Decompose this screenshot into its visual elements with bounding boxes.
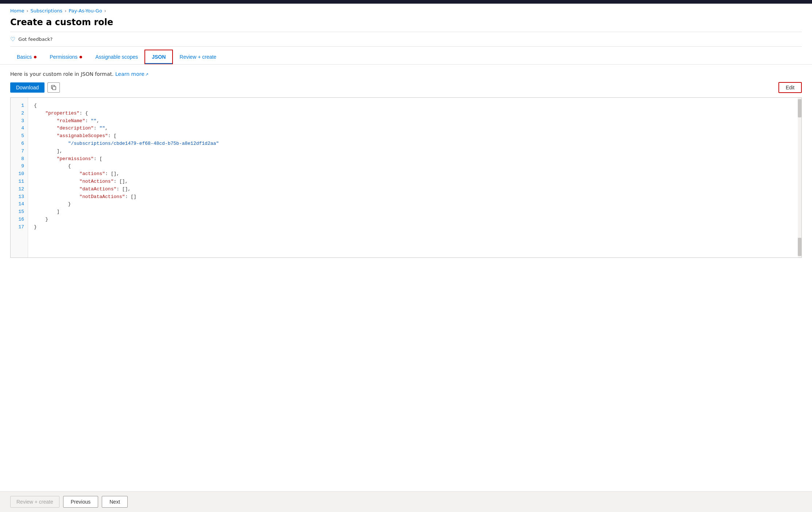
learn-more-label: Learn more <box>115 71 144 77</box>
line-num-12: 12 <box>11 186 28 193</box>
copy-button[interactable] <box>47 82 60 93</box>
line-num-15: 15 <box>11 208 28 216</box>
line-num-13: 13 <box>11 193 28 201</box>
code-line-10: "actions": [], <box>34 170 792 178</box>
line-num-4: 4 <box>11 125 28 132</box>
json-code-area[interactable]: { "properties": { "roleName": "", "descr… <box>28 98 798 257</box>
heart-icon: ♡ <box>10 36 15 43</box>
breadcrumb-sep-3: › <box>104 8 106 13</box>
json-toolbar: Download Edit <box>10 82 802 93</box>
line-numbers: 1 2 3 4 5 6 7 8 9 10 11 12 13 14 15 16 1… <box>11 98 28 257</box>
breadcrumb-subscriptions[interactable]: Subscriptions <box>31 8 63 13</box>
code-line-16: } <box>34 216 792 224</box>
copy-icon <box>51 85 57 90</box>
code-line-11: "notActions": [], <box>34 178 792 186</box>
code-line-17: } <box>34 224 792 231</box>
line-num-11: 11 <box>11 178 28 186</box>
code-line-4: "description": "", <box>34 125 792 132</box>
edit-button[interactable]: Edit <box>778 82 802 93</box>
tab-basics-dot <box>34 56 36 58</box>
tab-permissions-dot <box>80 56 82 58</box>
scrollbar-track[interactable] <box>798 98 801 257</box>
scrollbar-thumb-top[interactable] <box>798 99 801 117</box>
line-num-14: 14 <box>11 201 28 208</box>
tab-permissions[interactable]: Permissions <box>43 50 89 63</box>
breadcrumb-sep-2: › <box>65 8 66 13</box>
tab-json[interactable]: JSON <box>144 50 173 64</box>
line-num-2: 2 <box>11 110 28 117</box>
feedback-text[interactable]: Got feedback? <box>18 36 53 42</box>
code-line-7: ], <box>34 148 792 155</box>
line-num-17: 17 <box>11 224 28 231</box>
tab-assignable-scopes[interactable]: Assignable scopes <box>89 50 144 63</box>
tab-basics[interactable]: Basics <box>10 50 43 63</box>
line-num-16: 16 <box>11 216 28 224</box>
breadcrumb: Home › Subscriptions › Pay-As-You-Go › <box>0 4 812 13</box>
breadcrumb-sep-1: › <box>26 8 28 13</box>
tab-review-create-label: Review + create <box>179 54 216 60</box>
line-num-6: 6 <box>11 140 28 148</box>
json-description-text: Here is your custom role in JSON format. <box>10 71 114 77</box>
code-line-9: { <box>34 163 792 170</box>
download-button[interactable]: Download <box>10 82 45 93</box>
scrollbar-thumb-bottom[interactable] <box>798 238 801 256</box>
breadcrumb-home[interactable]: Home <box>10 8 24 13</box>
code-line-5: "assignableScopes": [ <box>34 132 792 140</box>
feedback-row: ♡ Got feedback? <box>0 32 812 46</box>
tab-review-create[interactable]: Review + create <box>173 50 223 63</box>
tab-basics-label: Basics <box>17 54 32 60</box>
code-line-12: "dataActions": [], <box>34 186 792 193</box>
divider-2 <box>10 46 802 47</box>
code-line-13: "notDataActions": [] <box>34 193 792 201</box>
tabs-container: Basics Permissions Assignable scopes JSO… <box>0 50 812 65</box>
line-num-8: 8 <box>11 155 28 163</box>
code-line-8: "permissions": [ <box>34 155 792 163</box>
code-line-6: "/subscriptions/cbde1479-ef68-48cd-b75b-… <box>34 140 792 148</box>
line-num-9: 9 <box>11 163 28 170</box>
external-link-icon: ↗ <box>145 72 148 77</box>
code-line-2: "properties": { <box>34 110 792 117</box>
line-num-10: 10 <box>11 170 28 178</box>
code-line-3: "roleName": "", <box>34 117 792 125</box>
json-description: Here is your custom role in JSON format.… <box>10 71 802 77</box>
code-line-15: ] <box>34 208 792 216</box>
learn-more-link[interactable]: Learn more↗ <box>115 71 148 77</box>
tab-permissions-label: Permissions <box>50 54 77 60</box>
toolbar-left: Download <box>10 82 60 93</box>
page-title: Create a custom role <box>0 13 812 32</box>
tab-json-label: JSON <box>152 54 166 60</box>
main-content: Here is your custom role in JSON format.… <box>0 65 812 258</box>
code-line-1: { <box>34 102 792 110</box>
json-editor: 1 2 3 4 5 6 7 8 9 10 11 12 13 14 15 16 1… <box>10 97 802 258</box>
line-num-3: 3 <box>11 117 28 125</box>
line-num-5: 5 <box>11 132 28 140</box>
code-line-14: } <box>34 201 792 208</box>
top-bar <box>0 0 812 4</box>
line-num-7: 7 <box>11 148 28 155</box>
line-num-1: 1 <box>11 102 28 110</box>
breadcrumb-payg[interactable]: Pay-As-You-Go <box>69 8 102 13</box>
svg-rect-0 <box>53 86 56 90</box>
tab-assignable-scopes-label: Assignable scopes <box>95 54 138 60</box>
